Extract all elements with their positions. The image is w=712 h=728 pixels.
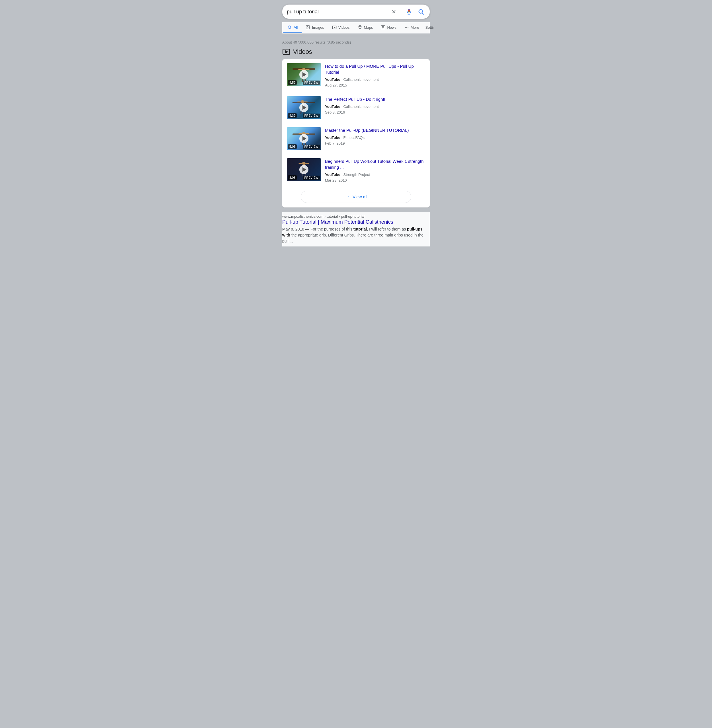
snippet-bold-1: tutorial [353,227,367,231]
videos-section-header: Videos [282,48,430,56]
web-title-1[interactable]: Pull-up Tutorial | Maximum Potential Cal… [282,219,430,225]
duration-badge-2: 4:32 [288,113,297,118]
tabs-divider [282,36,430,36]
clear-icon [391,9,396,14]
video-channel-2: Calisthenicmovement [343,104,379,109]
play-triangle-4 [303,167,306,172]
videos-section-title: Videos [293,48,312,55]
play-button-3[interactable] [299,134,309,143]
svg-point-9 [307,27,308,27]
play-button-2[interactable] [299,103,309,112]
view-all-arrow: → [345,194,350,200]
tab-all-label: All [294,25,298,30]
snippet-part-2: , I will refer to them as [367,227,407,231]
video-date-4: Mar 23, 2010 [325,178,347,182]
video-item-1[interactable]: 4:52 PREVIEW How to do a Pull Up / MORE … [282,59,430,92]
video-title-2[interactable]: The Perfect Pull Up - Do it right! [325,96,425,102]
video-thumb-2: 4:32 PREVIEW [287,96,321,119]
svg-point-18 [406,27,407,28]
svg-point-43 [302,162,306,165]
video-item-4[interactable]: 3:08 PREVIEW Beginners Pull Up Workout T… [282,154,430,187]
all-tab-icon [287,25,292,30]
video-title-4[interactable]: Beginners Pull Up Workout Tutorial Week … [325,158,425,170]
tab-videos[interactable]: Videos [328,22,354,33]
svg-line-5 [422,13,423,14]
tab-images[interactable]: Images [302,22,328,33]
search-button[interactable] [417,7,425,16]
snippet-part-1: May 8, 2018 — For the purposes of this [282,227,353,231]
play-button-4[interactable] [299,165,309,174]
web-breadcrumb-1: www.mpcalisthenics.com › tutorial › pull… [282,214,365,219]
video-source-2: YouTube [325,104,340,109]
video-thumb-1: 4:52 PREVIEW [287,63,321,86]
play-button-1[interactable] [299,70,309,79]
video-meta-4: YouTube · Strength Project Mar 23, 2010 [325,172,425,183]
svg-line-7 [291,28,291,29]
web-snippet-1: May 8, 2018 — For the purposes of this t… [282,226,430,244]
snippet-part-3: the appropriate grip. Different Grips. T… [282,233,423,243]
svg-point-12 [359,26,360,27]
tab-maps-label: Maps [364,25,373,30]
video-meta-3: YouTube · FitnessFAQs Feb 7, 2019 [325,135,425,146]
microphone-icon [406,9,412,15]
videos-section-icon [282,48,290,56]
web-url-1: www.mpcalisthenics.com › tutorial › pull… [282,214,430,219]
video-title-1[interactable]: How to do a Pull Up / MORE Pull Ups - Pu… [325,63,425,75]
video-info-1: How to do a Pull Up / MORE Pull Ups - Pu… [325,63,425,88]
video-separator-2: · [341,104,343,109]
video-item-2[interactable]: 4:32 PREVIEW The Perfect Pull Up - Do it… [282,92,430,123]
tab-videos-label: Videos [338,25,350,30]
duration-badge-1: 4:52 [288,80,297,85]
view-all-button[interactable]: → View all [301,191,412,203]
duration-badge-4: 3:08 [288,175,297,180]
more-tab-icon [404,25,409,30]
video-info-3: Master the Pull-Up (BEGINNER TUTORIAL) Y… [325,127,425,146]
video-date-2: Sep 8, 2016 [325,110,345,114]
video-thumb-3: 5:03 PREVIEW [287,127,321,150]
videos-tab-icon [332,25,337,30]
search-icon [418,9,424,15]
images-tab-icon [306,25,310,30]
svg-marker-11 [334,27,335,28]
tab-images-label: Images [312,25,324,30]
results-count: About 407,000,000 results (0.85 seconds) [282,39,430,48]
video-date-3: Feb 7, 2019 [325,141,345,145]
microphone-button[interactable] [405,7,413,16]
video-item-3[interactable]: 5:03 PREVIEW Master the Pull-Up (BEGINNE… [282,123,430,154]
svg-marker-21 [286,51,288,53]
tab-more-label: More [411,25,419,30]
svg-point-19 [408,27,408,28]
video-channel-4: Strength Project [343,172,370,177]
tab-news[interactable]: News [377,22,400,33]
view-all-row: → View all [282,187,430,207]
clear-button[interactable] [390,8,398,15]
view-all-label: View all [353,194,367,199]
preview-badge-1: PREVIEW [303,81,320,85]
preview-badge-3: PREVIEW [303,145,320,149]
video-title-3[interactable]: Master the Pull-Up (BEGINNER TUTORIAL) [325,127,425,133]
video-separator-4: · [341,172,343,177]
video-source-3: YouTube [325,135,340,140]
play-triangle-1 [303,72,306,77]
search-input[interactable] [287,9,390,15]
video-info-4: Beginners Pull Up Workout Tutorial Week … [325,158,425,183]
video-channel-3: FitnessFAQs [343,135,365,140]
video-source-1: YouTube [325,77,340,82]
video-separator-3: · [341,135,343,140]
settings-link[interactable]: Settings [423,22,434,33]
play-triangle-3 [303,136,306,141]
video-info-2: The Perfect Pull Up - Do it right! YouTu… [325,96,425,115]
video-thumb-4: 3:08 PREVIEW [287,158,321,181]
videos-card: 4:52 PREVIEW How to do a Pull Up / MORE … [282,59,430,207]
preview-badge-2: PREVIEW [303,114,320,118]
tab-all[interactable]: All [283,22,302,33]
maps-tab-icon [358,25,362,30]
search-tabs: All Images Videos Maps News [282,22,430,34]
video-channel-1: Calisthenicmovement [343,77,379,82]
tab-news-label: News [387,25,396,30]
video-meta-1: YouTube · Calisthenicmovement Aug 27, 20… [325,77,425,88]
video-meta-2: YouTube · Calisthenicmovement Sep 8, 201… [325,104,425,115]
tab-more[interactable]: More [400,22,423,33]
news-tab-icon [381,25,385,30]
tab-maps[interactable]: Maps [354,22,377,33]
